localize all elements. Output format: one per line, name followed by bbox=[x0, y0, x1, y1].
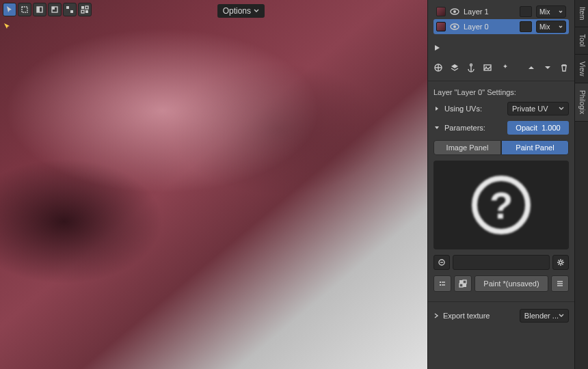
svg-rect-21 bbox=[463, 284, 466, 287]
layer-row[interactable]: Layer 0 Mix bbox=[433, 19, 569, 34]
select-box-icon[interactable] bbox=[18, 3, 31, 16]
link-icon[interactable] bbox=[433, 255, 450, 270]
play-icon[interactable] bbox=[433, 44, 440, 51]
cursor-indicator-icon bbox=[3, 22, 11, 32]
layer-thumb-icon bbox=[436, 22, 446, 31]
menu-icon[interactable] bbox=[551, 275, 569, 292]
using-uvs-row: Using UVs: Private UV bbox=[433, 102, 569, 115]
layer-mask-icon[interactable] bbox=[520, 6, 532, 17]
select-half-icon[interactable] bbox=[33, 3, 46, 16]
anchor-icon[interactable] bbox=[466, 63, 476, 72]
options-label: Options bbox=[223, 6, 251, 16]
texture-slot-row bbox=[433, 255, 569, 270]
texture-path-field[interactable] bbox=[453, 255, 550, 270]
blend-mode-select[interactable]: Mix bbox=[536, 20, 566, 33]
svg-rect-6 bbox=[81, 6, 84, 9]
caret-right-icon[interactable] bbox=[433, 105, 440, 112]
svg-rect-20 bbox=[459, 280, 463, 284]
layer-list: Layer 1 Mix Layer 0 Mix bbox=[433, 4, 569, 34]
uv-select[interactable]: Private UV bbox=[507, 102, 569, 115]
parameters-row: Parameters: Opacit 1.000 bbox=[433, 121, 569, 135]
svg-point-11 bbox=[453, 10, 456, 13]
svg-rect-4 bbox=[66, 6, 69, 9]
image-icon[interactable] bbox=[483, 63, 492, 72]
caret-down-icon[interactable] bbox=[433, 124, 440, 131]
visibility-icon[interactable] bbox=[450, 7, 459, 16]
panel-toggle: Image Panel Paint Panel bbox=[433, 140, 569, 155]
options-dropdown[interactable]: Options bbox=[217, 4, 265, 18]
svg-rect-2 bbox=[37, 7, 40, 12]
export-label: Export texture bbox=[443, 312, 516, 320]
settings-gear-icon[interactable] bbox=[552, 255, 569, 270]
layer-ops-row bbox=[433, 60, 569, 78]
checker-icon[interactable] bbox=[454, 275, 472, 292]
chevron-right-icon[interactable] bbox=[433, 313, 439, 318]
properties-panel: Layer 1 Mix Layer 0 Mix bbox=[427, 0, 574, 369]
move-down-icon[interactable] bbox=[543, 63, 552, 72]
chevron-down-icon bbox=[559, 25, 563, 29]
viewport-3d[interactable]: Options bbox=[0, 0, 427, 369]
paint-panel-tab[interactable]: Paint Panel bbox=[501, 140, 569, 155]
image-panel-tab[interactable]: Image Panel bbox=[433, 140, 501, 155]
layer-thumb-icon bbox=[436, 7, 446, 16]
layer-mask-icon[interactable] bbox=[520, 21, 532, 32]
layer-settings-title: Layer "Layer 0" Settings: bbox=[433, 88, 569, 96]
svg-point-19 bbox=[559, 261, 562, 264]
parameters-label: Parameters: bbox=[444, 124, 503, 132]
svg-rect-8 bbox=[81, 10, 84, 13]
chevron-down-icon bbox=[254, 8, 259, 14]
tab-philogix[interactable]: Philogix bbox=[575, 83, 588, 122]
svg-point-13 bbox=[453, 25, 456, 28]
using-uvs-label: Using UVs: bbox=[444, 105, 503, 113]
svg-rect-23 bbox=[459, 284, 463, 287]
svg-rect-22 bbox=[463, 280, 466, 284]
mode-icon-toolbar bbox=[3, 3, 92, 16]
layers-icon[interactable] bbox=[450, 63, 459, 72]
chevron-down-icon bbox=[559, 106, 564, 111]
tab-tool[interactable]: Tool bbox=[575, 27, 588, 54]
chevron-down-icon bbox=[559, 10, 563, 14]
visibility-icon[interactable] bbox=[450, 22, 459, 31]
export-texture-row: Export texture Blender ... bbox=[428, 301, 574, 323]
trash-icon[interactable] bbox=[559, 63, 569, 72]
opacity-field[interactable]: Opacit 1.000 bbox=[507, 121, 569, 135]
cursor-tool-icon[interactable] bbox=[3, 3, 16, 16]
texture-preview: ? bbox=[433, 161, 569, 249]
playback-row bbox=[433, 41, 569, 56]
select-quad-icon[interactable] bbox=[63, 3, 77, 16]
missing-texture-icon: ? bbox=[472, 176, 531, 234]
layer-name: Layer 1 bbox=[464, 8, 516, 16]
svg-rect-7 bbox=[85, 6, 88, 9]
layer-name: Layer 0 bbox=[464, 23, 516, 31]
select-corner-icon[interactable] bbox=[48, 3, 62, 16]
svg-point-15 bbox=[470, 64, 472, 66]
svg-rect-0 bbox=[22, 7, 27, 12]
chevron-down-icon bbox=[559, 313, 564, 318]
paint-slot-row: Paint *(unsaved) bbox=[433, 275, 569, 292]
magic-icon[interactable] bbox=[499, 63, 509, 72]
export-format-select[interactable]: Blender ... bbox=[520, 309, 569, 323]
select-checker-icon[interactable] bbox=[78, 3, 92, 16]
svg-rect-5 bbox=[70, 10, 73, 13]
brush-settings-icon[interactable] bbox=[433, 275, 451, 292]
layer-row[interactable]: Layer 1 Mix bbox=[433, 4, 569, 19]
move-up-icon[interactable] bbox=[526, 63, 536, 72]
tab-view[interactable]: View bbox=[575, 55, 588, 84]
paint-slot-name[interactable]: Paint *(unsaved) bbox=[475, 275, 548, 292]
blend-mode-select[interactable]: Mix bbox=[536, 5, 566, 18]
move-icon[interactable] bbox=[433, 63, 443, 72]
side-tabs: Item Tool View Philogix bbox=[574, 0, 588, 369]
svg-rect-9 bbox=[85, 10, 88, 13]
tab-item[interactable]: Item bbox=[575, 0, 588, 27]
